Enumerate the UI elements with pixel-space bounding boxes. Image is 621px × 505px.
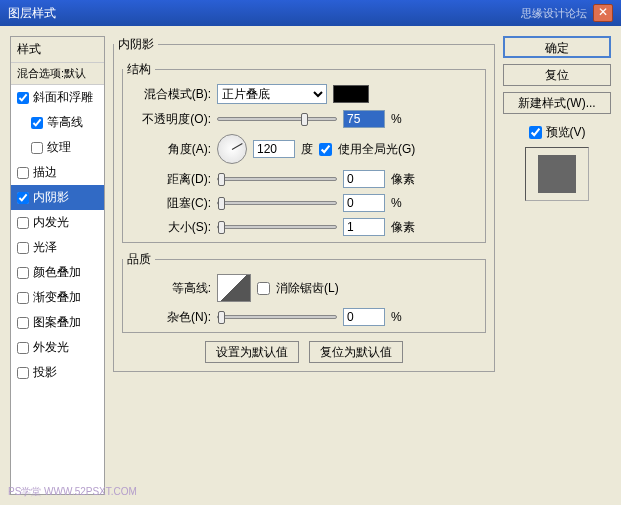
sidebar-label-9: 图案叠加	[33, 314, 81, 331]
distance-label: 距离(D):	[133, 171, 211, 188]
noise-slider[interactable]	[217, 315, 337, 319]
sidebar-checkbox-0[interactable]	[17, 92, 29, 104]
antialias-checkbox[interactable]	[257, 282, 270, 295]
noise-unit: %	[391, 310, 402, 324]
reset-default-button[interactable]: 复位为默认值	[309, 341, 403, 363]
sidebar-label-7: 颜色叠加	[33, 264, 81, 281]
cancel-button[interactable]: 复位	[503, 64, 611, 86]
distance-input[interactable]	[343, 170, 385, 188]
sidebar-item-10[interactable]: 外发光	[11, 335, 104, 360]
sidebar-label-2: 纹理	[47, 139, 71, 156]
antialias-label: 消除锯齿(L)	[276, 280, 339, 297]
global-light-label: 使用全局光(G)	[338, 141, 415, 158]
sidebar-checkbox-9[interactable]	[17, 317, 29, 329]
sidebar-item-3[interactable]: 描边	[11, 160, 104, 185]
preview-box	[525, 147, 589, 201]
structure-fieldset: 结构 混合模式(B): 正片叠底 不透明度(O): % 角度(A): 度	[122, 61, 486, 243]
sidebar-label-0: 斜面和浮雕	[33, 89, 93, 106]
sidebar-item-4[interactable]: 内阴影	[11, 185, 104, 210]
sidebar-item-5[interactable]: 内发光	[11, 210, 104, 235]
choke-input[interactable]	[343, 194, 385, 212]
size-input[interactable]	[343, 218, 385, 236]
distance-slider[interactable]	[217, 177, 337, 181]
sidebar-checkbox-10[interactable]	[17, 342, 29, 354]
contour-picker[interactable]	[217, 274, 251, 302]
ok-button[interactable]: 确定	[503, 36, 611, 58]
panel-title: 内阴影	[114, 36, 158, 53]
sidebar-item-9[interactable]: 图案叠加	[11, 310, 104, 335]
contour-label: 等高线:	[133, 280, 211, 297]
color-swatch[interactable]	[333, 85, 369, 103]
structure-legend: 结构	[123, 61, 155, 78]
sidebar-checkbox-2[interactable]	[31, 142, 43, 154]
sidebar-item-2[interactable]: 纹理	[11, 135, 104, 160]
sidebar-checkbox-11[interactable]	[17, 367, 29, 379]
sidebar-checkbox-5[interactable]	[17, 217, 29, 229]
global-light-checkbox[interactable]	[319, 143, 332, 156]
preview-checkbox[interactable]	[529, 126, 542, 139]
quality-fieldset: 品质 等高线: 消除锯齿(L) 杂色(N): %	[122, 251, 486, 333]
choke-slider[interactable]	[217, 201, 337, 205]
sidebar-item-6[interactable]: 光泽	[11, 235, 104, 260]
opacity-label: 不透明度(O):	[133, 111, 211, 128]
sidebar-checkbox-7[interactable]	[17, 267, 29, 279]
sidebar-item-11[interactable]: 投影	[11, 360, 104, 385]
set-default-button[interactable]: 设置为默认值	[205, 341, 299, 363]
preview-swatch	[538, 155, 576, 193]
sidebar-label-4: 内阴影	[33, 189, 69, 206]
blend-mode-select[interactable]: 正片叠底	[217, 84, 327, 104]
angle-label: 角度(A):	[133, 141, 211, 158]
new-style-button[interactable]: 新建样式(W)...	[503, 92, 611, 114]
right-column: 确定 复位 新建样式(W)... 预览(V)	[503, 36, 611, 495]
sidebar-checkbox-8[interactable]	[17, 292, 29, 304]
sidebar-item-0[interactable]: 斜面和浮雕	[11, 85, 104, 110]
sidebar-label-11: 投影	[33, 364, 57, 381]
noise-label: 杂色(N):	[133, 309, 211, 326]
opacity-unit: %	[391, 112, 402, 126]
choke-label: 阻塞(C):	[133, 195, 211, 212]
window-title: 图层样式	[8, 5, 56, 22]
sidebar-item-7[interactable]: 颜色叠加	[11, 260, 104, 285]
angle-dial[interactable]	[217, 134, 247, 164]
sidebar-label-8: 渐变叠加	[33, 289, 81, 306]
sidebar-label-3: 描边	[33, 164, 57, 181]
sidebar-label-5: 内发光	[33, 214, 69, 231]
blend-mode-label: 混合模式(B):	[133, 86, 211, 103]
close-icon[interactable]: ✕	[593, 4, 613, 22]
size-label: 大小(S):	[133, 219, 211, 236]
sidebar-label-1: 等高线	[47, 114, 83, 131]
sidebar-item-8[interactable]: 渐变叠加	[11, 285, 104, 310]
blend-defaults[interactable]: 混合选项:默认	[11, 63, 104, 85]
size-slider[interactable]	[217, 225, 337, 229]
opacity-input[interactable]	[343, 110, 385, 128]
inner-shadow-fieldset: 内阴影 结构 混合模式(B): 正片叠底 不透明度(O): % 角度(A):	[113, 36, 495, 372]
sidebar-checkbox-4[interactable]	[17, 192, 29, 204]
sidebar-checkbox-3[interactable]	[17, 167, 29, 179]
opacity-slider[interactable]	[217, 117, 337, 121]
preview-label: 预览(V)	[546, 124, 586, 141]
distance-unit: 像素	[391, 171, 415, 188]
sidebar-label-10: 外发光	[33, 339, 69, 356]
sidebar-checkbox-6[interactable]	[17, 242, 29, 254]
watermark-text: 思缘设计论坛	[521, 6, 587, 21]
angle-unit: 度	[301, 141, 313, 158]
size-unit: 像素	[391, 219, 415, 236]
main-panel: 内阴影 结构 混合模式(B): 正片叠底 不透明度(O): % 角度(A):	[113, 36, 495, 495]
watermark-bottom: PS学堂 WWW.52PSXT.COM	[8, 485, 137, 499]
sidebar-item-1[interactable]: 等高线	[11, 110, 104, 135]
sidebar-label-6: 光泽	[33, 239, 57, 256]
noise-input[interactable]	[343, 308, 385, 326]
sidebar-header[interactable]: 样式	[11, 37, 104, 63]
angle-input[interactable]	[253, 140, 295, 158]
title-bar: 图层样式 思缘设计论坛 ✕	[0, 0, 621, 26]
styles-sidebar: 样式 混合选项:默认 斜面和浮雕等高线纹理描边内阴影内发光光泽颜色叠加渐变叠加图…	[10, 36, 105, 495]
choke-unit: %	[391, 196, 402, 210]
sidebar-checkbox-1[interactable]	[31, 117, 43, 129]
quality-legend: 品质	[123, 251, 155, 268]
